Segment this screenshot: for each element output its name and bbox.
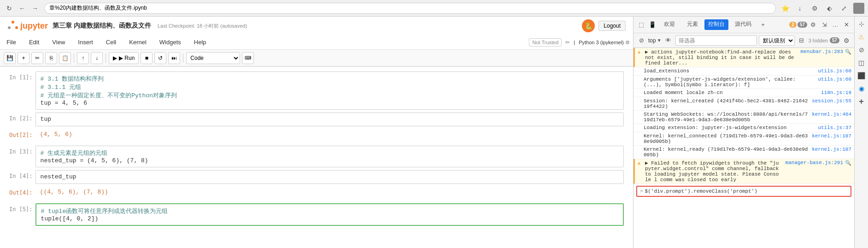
sidebar-outlook-icon[interactable]: ◉ bbox=[856, 83, 867, 94]
menu-view[interactable]: View bbox=[49, 37, 68, 47]
paste-button[interactable]: 📋 bbox=[59, 52, 71, 64]
menu-file[interactable]: File bbox=[4, 37, 19, 47]
devtools-inspect-btn[interactable]: ⬚ bbox=[636, 20, 646, 30]
expand-icon-10[interactable]: ▶ bbox=[645, 160, 648, 166]
sidebar-cursor-icon[interactable]: ⊹ bbox=[856, 18, 867, 30]
restart-button[interactable]: ↺ bbox=[154, 52, 166, 64]
devtools-tab-elements[interactable]: 元素 bbox=[681, 18, 704, 32]
restart-run-button[interactable]: ⏭ bbox=[168, 52, 180, 64]
cell-4-output: Out[4]: ((4, 5, 6), (7, 8)) bbox=[9, 187, 624, 201]
console-link-2[interactable]: utils.js:60 bbox=[818, 68, 851, 74]
move-up-button[interactable]: ↑ bbox=[77, 52, 89, 64]
jupyter-logo-icon bbox=[7, 20, 18, 31]
console-entry-10: ▲ ▶ Failed to fetch ipywidgets through t… bbox=[633, 159, 854, 184]
keyboard-shortcut-button[interactable]: ⌨ bbox=[242, 52, 254, 64]
address-bar[interactable] bbox=[44, 3, 776, 14]
sidebar-office-icon[interactable]: ⬛ bbox=[856, 70, 867, 81]
sidebar-block-icon[interactable]: ⊘ bbox=[856, 44, 867, 55]
sidebar-add-icon[interactable]: + bbox=[856, 96, 867, 107]
cell-type-select[interactable]: Code Markdown Raw NBConvert bbox=[186, 52, 240, 64]
menu-help[interactable]: Help bbox=[191, 37, 209, 47]
message-count-badge: 57 bbox=[798, 22, 807, 28]
sidebar-warning-icon[interactable]: ⚠ bbox=[856, 31, 867, 42]
browser-action-btn-5[interactable]: ⤢ bbox=[839, 3, 850, 14]
console-input-area[interactable]: > $('div.prompt').removeClass('prompt') bbox=[636, 186, 851, 197]
console-link-6[interactable]: kernel.js:464 bbox=[812, 112, 851, 117]
forward-button[interactable]: → bbox=[29, 3, 41, 14]
jupyter-header: jupyter 第三章 内建数据结构、函数及文件 Last Checkpoint… bbox=[0, 17, 633, 67]
devtools-tab-welcome[interactable]: 欢迎 bbox=[658, 18, 680, 32]
chevron-down-icon[interactable]: ▼ bbox=[657, 38, 662, 43]
browser-action-btn-2[interactable]: ↓ bbox=[794, 3, 805, 14]
cell-2-out-content: (4, 5, 6) bbox=[35, 129, 624, 143]
devtools-block-btn[interactable]: ⊘ bbox=[636, 35, 646, 46]
notebook-title: 第三章 内建数据结构、函数及文件 bbox=[53, 22, 151, 30]
console-magnify-1[interactable]: 🔍 bbox=[845, 49, 851, 55]
cell-3: In [3]: # 生成元素是元组的元组 nested_tup = (4, 5,… bbox=[9, 146, 624, 167]
refresh-button[interactable]: ↻ bbox=[4, 3, 15, 14]
cell-2-out-label: Out[2]: bbox=[9, 129, 33, 138]
console-entry-2: load_extensions utils.js:60 bbox=[633, 67, 854, 76]
devtools-tab-sources[interactable]: 源代码 bbox=[729, 18, 757, 32]
stop-button[interactable]: ■ bbox=[141, 52, 152, 64]
logout-button[interactable]: Logout bbox=[598, 21, 626, 31]
console-link-7[interactable]: utils.js:37 bbox=[818, 125, 851, 130]
cell-2-content[interactable]: tup bbox=[35, 112, 624, 126]
back-button[interactable]: ← bbox=[17, 3, 28, 14]
copy-button[interactable]: ⎘ bbox=[45, 52, 57, 64]
menu-insert[interactable]: Insert bbox=[75, 37, 96, 47]
devtools-eye-btn[interactable]: 👁 bbox=[663, 35, 674, 46]
console-link-1[interactable]: menubar.js:283 bbox=[801, 49, 843, 54]
edit-icon: ✏ bbox=[565, 39, 570, 46]
kernel-status-dot bbox=[626, 41, 629, 44]
devtools-share-btn[interactable]: ⇲ bbox=[819, 20, 829, 30]
move-down-button[interactable]: ↓ bbox=[91, 52, 103, 64]
cell-4-content[interactable]: nested_tup bbox=[35, 170, 624, 184]
console-link-5[interactable]: session.js:55 bbox=[812, 98, 851, 104]
devtools-tab-console[interactable]: 控制台 bbox=[704, 19, 728, 30]
browser-action-btn-4[interactable]: ⬖ bbox=[824, 3, 835, 14]
devtools-settings-btn[interactable]: ⚙ bbox=[808, 20, 818, 30]
browser-action-btn-1[interactable]: ⭐ bbox=[780, 3, 791, 14]
console-link-4[interactable]: i18n.js:19 bbox=[821, 90, 851, 95]
console-text-5: Session: kernel_created (4241f4bc-5ec2-4… bbox=[644, 98, 808, 109]
cut-button[interactable]: ✂ bbox=[31, 52, 43, 64]
devtools-close-btn[interactable]: ✕ bbox=[841, 20, 851, 30]
expand-icon-1[interactable]: ▶ bbox=[645, 49, 648, 55]
level-select[interactable]: 默认级别 详细 信息 警告 错误 bbox=[759, 35, 795, 46]
devtools-filter-btn[interactable]: ⊟ bbox=[797, 35, 807, 46]
devtools-device-btn[interactable]: 📱 bbox=[647, 20, 657, 30]
sidebar-extension-icon[interactable]: ◫ bbox=[856, 57, 867, 68]
devtools-add-tab-btn[interactable]: + bbox=[758, 20, 768, 30]
devtools-more-btn[interactable]: … bbox=[830, 20, 840, 30]
top-label: top bbox=[648, 37, 656, 44]
console-link-10[interactable]: manager-base.js:291 bbox=[786, 160, 843, 165]
checkpoint-info: Last Checkpoint: 18 小时前 (autosaved) bbox=[158, 23, 247, 30]
console-link-3[interactable]: utils.js:60 bbox=[818, 77, 851, 82]
menu-cell[interactable]: Cell bbox=[103, 37, 119, 47]
run-button[interactable]: ▶ ▶ Run bbox=[109, 52, 139, 64]
svg-point-2 bbox=[8, 26, 11, 29]
console-entry-3: Arguments ['jupyter-js-widgets/extension… bbox=[633, 76, 854, 89]
cell-5-content[interactable]: # tuple函数可将任意序列或迭代器转换为元组 tuple([4, 0, 2]… bbox=[35, 203, 624, 226]
console-link-9[interactable]: kernel.js:107 bbox=[812, 147, 851, 152]
menu-kernel[interactable]: Kernel bbox=[126, 37, 149, 47]
save-button[interactable]: 💾 bbox=[4, 52, 16, 64]
cell-4-input: nested_tup bbox=[36, 171, 623, 183]
console-entry-9: Kernel: kernel_ready (719d17eb-6579-49e1… bbox=[633, 146, 854, 159]
console-magnify-10[interactable]: 🔍 bbox=[845, 160, 851, 166]
menu-edit[interactable]: Edit bbox=[26, 37, 42, 47]
add-cell-button[interactable]: + bbox=[18, 52, 29, 64]
console-text-10: ▶ Failed to fetch ipywidgets through the… bbox=[645, 160, 782, 183]
cell-3-content[interactable]: # 生成元素是元组的元组 nested_tup = (4, 5, 6), (7,… bbox=[35, 146, 624, 167]
filter-input[interactable] bbox=[675, 35, 757, 46]
console-entry-4: Loaded moment locale zh-cn i18n.js:19 bbox=[633, 89, 854, 97]
run-label: ▶ Run bbox=[119, 55, 135, 61]
svg-point-0 bbox=[12, 21, 14, 24]
console-link-8[interactable]: kernel.js:107 bbox=[812, 133, 851, 139]
menu-widgets[interactable]: Widgets bbox=[157, 37, 184, 47]
cell-4-out-label: Out[4]: bbox=[9, 187, 33, 196]
browser-action-btn-3[interactable]: ⚙ bbox=[809, 3, 820, 14]
cell-1-content[interactable]: # 3.1 数据结构和序列 # 3.1.1 元组 # 元组是一种固定长度、不可变… bbox=[35, 71, 624, 110]
console-gear-btn[interactable]: ⚙ bbox=[841, 35, 851, 46]
